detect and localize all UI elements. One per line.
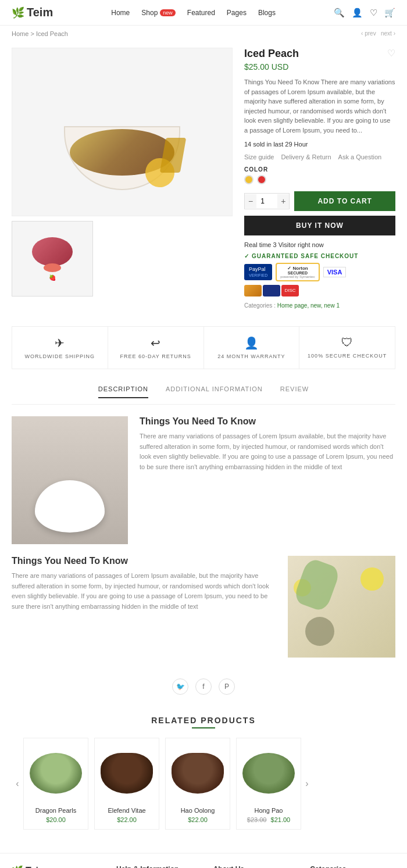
qty-increase[interactable]: + [277, 194, 289, 208]
logo-text: Teim [27, 6, 53, 19]
color-label: COLOR [244, 166, 395, 173]
carousel-next[interactable]: › [301, 778, 313, 789]
nav-arrows: ‹ prev next › [361, 30, 395, 37]
nav-shop[interactable]: Shop new [141, 9, 176, 17]
tab-review[interactable]: REVIEW [280, 381, 309, 398]
card-badges: DISC [244, 285, 299, 297]
shipping-icon: ✈ [17, 336, 103, 350]
hong-pao-img [242, 753, 295, 794]
buy-now-button[interactable]: BUY IT NOW [244, 216, 395, 235]
twitter-share[interactable]: 🐦 [172, 678, 188, 695]
product-name-0: Dragon Pearls [30, 807, 82, 814]
safe-checkout-label: ✓ GUARANTEED SAFE CHECKOUT [244, 253, 395, 259]
footer-col-about: About Us Pagination Terms & Conditions C… [213, 865, 299, 868]
ask-link[interactable]: Ask a Question [338, 153, 382, 160]
elefend-vitae-img [101, 753, 153, 794]
qty-decrease[interactable]: − [245, 194, 256, 208]
footer-col-help-title: Help & Information [116, 865, 202, 868]
product-links: Size guide Delivery & Return Ask a Quest… [244, 153, 395, 160]
nav-featured[interactable]: Featured [187, 9, 215, 17]
features-bar: ✈ WORLDWIDE SHIPPING ↩ FREE 60-DAY RETUR… [12, 326, 395, 369]
product-card-image-0 [30, 744, 82, 802]
add-to-cart-button[interactable]: ADD TO CART [294, 191, 395, 211]
desc-body-1: There are many variations of passages of… [140, 431, 395, 472]
quantity-input[interactable]: − + [244, 193, 290, 209]
footer-logo-icon: 🌿 [12, 865, 23, 868]
paypal-badge: PayPalVERIFIED [244, 264, 272, 280]
footer-logo: 🌿 Teim [12, 865, 105, 868]
feature-secure: 🛡 100% SECURE CHECKOUT [299, 327, 395, 369]
products-carousel: ‹ Dragon Pearls $20.00 Elefend Vitae $22… [12, 738, 395, 830]
product-price-0: $20.00 [30, 816, 82, 823]
qty-field[interactable] [256, 194, 277, 209]
search-icon[interactable]: 🔍 [334, 8, 345, 18]
nav-blogs[interactable]: Blogs [258, 9, 276, 17]
wishlist-icon[interactable]: ♡ [370, 8, 377, 18]
nav-pages[interactable]: Pages [227, 9, 247, 17]
footer-content: 🌿 Teim Sophisticated simplicity for the … [0, 853, 407, 868]
product-price-3: $23.00 $21.00 [242, 816, 295, 823]
main-nav: Home Shop new Featured Pages Blogs [111, 9, 276, 17]
pinterest-share[interactable]: P [219, 678, 235, 695]
product-images: 🍓 [12, 48, 233, 309]
product-price: $25.00 USD [244, 62, 395, 72]
secure-label: 100% SECURE CHECKOUT [304, 353, 390, 359]
product-tabs: DESCRIPTION ADDITIONAL INFORMATION REVIE… [12, 375, 395, 405]
description-section: Things You Need To Know There are many v… [0, 405, 407, 669]
shield-icon: ✓ [244, 253, 249, 259]
tab-description[interactable]: DESCRIPTION [98, 381, 148, 398]
sold-badge: 14 sold in last 29 Hour [244, 141, 395, 148]
thumbnail-1[interactable]: 🍓 [12, 221, 93, 297]
desc-row-1: Things You Need To Know There are many v… [12, 416, 395, 544]
desc-text-2: Things You Need To Know There are many v… [12, 556, 276, 612]
product-info: Iced Peach ♡ $25.00 USD Things You Need … [244, 48, 395, 309]
product-card-image-2 [172, 744, 224, 802]
size-guide-link[interactable]: Size guide [244, 153, 274, 160]
logo[interactable]: 🌿 Teim [12, 6, 53, 19]
dragon-pearls-img [30, 753, 82, 794]
shop-badge: new [160, 9, 176, 16]
realtime-visitors: Real time 3 Visitor right now [244, 241, 395, 248]
breadcrumb-home[interactable]: Home [12, 30, 28, 37]
main-product-image [12, 48, 233, 216]
norton-badge: ✓ Norton SECURED powered by Symantec [276, 263, 319, 281]
nav-home[interactable]: Home [111, 9, 130, 17]
product-name-3: Hong Pao [242, 807, 295, 814]
tab-additional[interactable]: ADDITIONAL INFORMATION [166, 381, 263, 398]
section-underline [192, 727, 215, 728]
categories: Categories : Home page, new, new 1 [244, 302, 395, 309]
account-icon[interactable]: 👤 [352, 8, 363, 18]
feature-shipping: ✈ WORLDWIDE SHIPPING [12, 327, 108, 369]
footer-col-categories-title: Categories [310, 865, 395, 868]
product-name-2: Hao Oolong [172, 807, 224, 814]
facebook-share[interactable]: f [195, 678, 212, 695]
warranty-icon: 👤 [209, 336, 295, 350]
returns-label: FREE 60-DAY RETURNS [113, 353, 199, 359]
warranty-label: 24 MONTH WARRANTY [209, 353, 295, 359]
desc-image-2 [288, 556, 395, 658]
desc-heading-1: Things You Need To Know [140, 416, 395, 427]
breadcrumb: Home > Iced Peach ‹ prev next › [0, 26, 407, 42]
cart-icon[interactable]: 🛒 [384, 8, 395, 18]
desc-body-2: There are many variations of passages of… [12, 571, 276, 612]
color-yellow[interactable] [244, 175, 254, 184]
thumbnail-images: 🍓 [12, 221, 233, 297]
wishlist-product-icon[interactable]: ♡ [387, 48, 395, 59]
footer-top: 🌿 Teim Sophisticated simplicity for the … [12, 865, 395, 868]
feature-warranty: 👤 24 MONTH WARRANTY [204, 327, 300, 369]
carousel-prev[interactable]: ‹ [12, 778, 23, 789]
product-price-2: $22.00 [172, 816, 224, 823]
social-share: 🐦 f P [0, 669, 407, 704]
product-card-image-1 [101, 744, 153, 802]
shipping-label: WORLDWIDE SHIPPING [17, 353, 103, 359]
desc-image-1 [12, 416, 128, 544]
delivery-link[interactable]: Delivery & Return [281, 153, 331, 160]
product-title: Iced Peach [244, 48, 299, 60]
product-name-1: Elefend Vitae [101, 807, 153, 814]
related-title: RELATED PRODUCTS [12, 716, 395, 725]
secure-icon: 🛡 [304, 336, 390, 349]
color-red[interactable] [257, 175, 266, 184]
product-description: Things You Need To Know There are many v… [244, 77, 395, 135]
product-card-image-3 [242, 744, 295, 802]
product-card-0: Dragon Pearls $20.00 [23, 738, 88, 830]
